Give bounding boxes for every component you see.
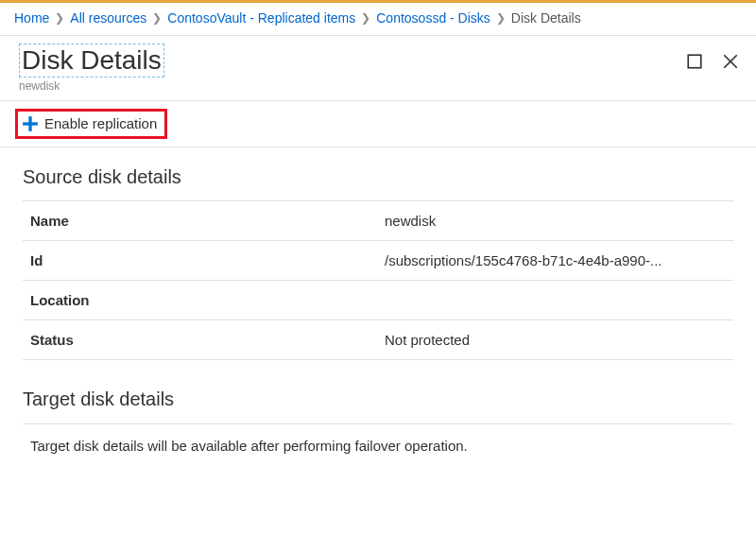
chevron-right-icon: ❯ <box>361 11 370 25</box>
blade-content: Source disk details Name newdisk Id /sub… <box>0 147 756 476</box>
close-icon[interactable] <box>722 53 739 73</box>
target-section-title: Target disk details <box>23 388 733 410</box>
detail-value <box>385 292 726 308</box>
toolbar: Enable replication <box>0 100 756 147</box>
window-controls <box>686 43 739 73</box>
target-info-message: Target disk details will be available af… <box>23 423 733 467</box>
blade-header: Disk Details newdisk <box>0 36 756 100</box>
enable-replication-label: Enable replication <box>44 115 157 131</box>
detail-value: Not protected <box>385 332 726 348</box>
detail-row-name: Name newdisk <box>23 200 733 241</box>
source-section-title: Source disk details <box>23 166 733 188</box>
detail-value: /subscriptions/155c4768-b71c-4e4b-a990-.… <box>385 252 726 268</box>
detail-label: Name <box>30 213 385 229</box>
detail-row-location: Location <box>23 280 733 320</box>
detail-label: Status <box>30 332 385 348</box>
chevron-right-icon: ❯ <box>496 11 506 25</box>
maximize-icon[interactable] <box>686 53 703 73</box>
breadcrumb-link-all-resources[interactable]: All resources <box>70 10 146 26</box>
breadcrumb-link-vault[interactable]: ContosoVault - Replicated items <box>167 10 355 26</box>
detail-label: Location <box>30 292 385 308</box>
chevron-right-icon: ❯ <box>152 11 162 25</box>
detail-row-status: Status Not protected <box>23 319 733 360</box>
detail-row-id: Id /subscriptions/155c4768-b71c-4e4b-a99… <box>23 240 733 281</box>
detail-label: Id <box>30 252 385 268</box>
plus-icon <box>22 115 39 132</box>
svg-rect-0 <box>688 55 701 68</box>
breadcrumb-link-disks[interactable]: Contosossd - Disks <box>376 10 490 26</box>
breadcrumb-link-home[interactable]: Home <box>14 10 49 26</box>
page-title: Disk Details <box>19 43 164 78</box>
chevron-right-icon: ❯ <box>55 11 64 25</box>
enable-replication-button[interactable]: Enable replication <box>15 109 167 139</box>
blade-container: Disk Details newdisk Enable replication … <box>0 35 756 476</box>
breadcrumb-current: Disk Details <box>511 10 581 26</box>
detail-value: newdisk <box>385 213 726 229</box>
breadcrumb: Home ❯ All resources ❯ ContosoVault - Re… <box>0 3 756 33</box>
page-subtitle: newdisk <box>19 79 686 93</box>
